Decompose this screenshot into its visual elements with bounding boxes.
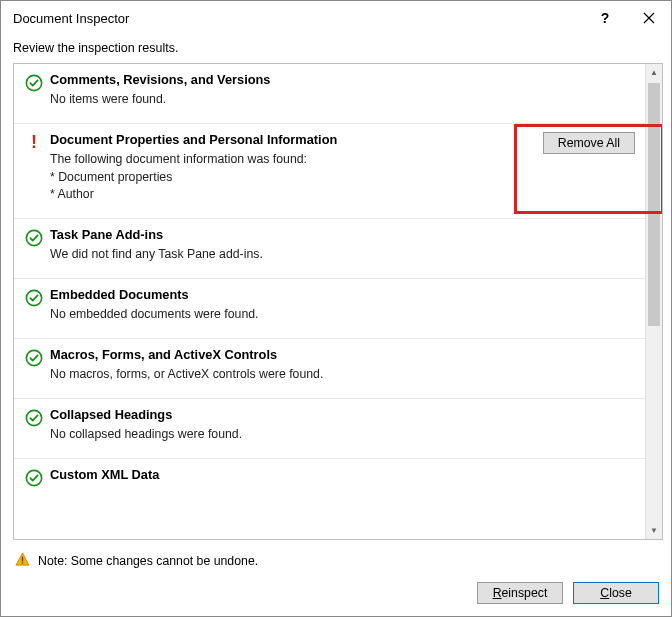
result-detail: The following document information was f… — [50, 151, 515, 204]
result-item: Macros, Forms, and ActiveX ControlsNo ma… — [14, 339, 645, 399]
scroll-down-icon[interactable]: ▼ — [646, 522, 662, 539]
footer-note: Note: Some changes cannot be undone. — [1, 540, 671, 574]
check-icon — [25, 229, 43, 250]
result-item: !Document Properties and Personal Inform… — [14, 124, 645, 219]
scroll-track[interactable] — [646, 81, 662, 522]
help-button[interactable]: ? — [583, 1, 627, 35]
scrollbar[interactable]: ▲ ▼ — [645, 64, 662, 539]
result-detail: No macros, forms, or ActiveX controls we… — [50, 366, 515, 384]
svg-rect-7 — [22, 562, 23, 563]
result-heading: Document Properties and Personal Informa… — [50, 132, 515, 147]
footer-note-text: Note: Some changes cannot be undone. — [38, 554, 258, 568]
result-detail: No items were found. — [50, 91, 515, 109]
document-inspector-dialog: Document Inspector ? Review the inspecti… — [0, 0, 672, 617]
result-detail: We did not find any Task Pane add-ins. — [50, 246, 515, 264]
result-heading: Macros, Forms, and ActiveX Controls — [50, 347, 515, 362]
result-heading: Embedded Documents — [50, 287, 515, 302]
titlebar: Document Inspector ? — [1, 1, 671, 35]
reinspect-button[interactable]: Reinspect — [477, 582, 563, 604]
result-item: Custom XML Data — [14, 459, 645, 504]
check-icon — [25, 409, 43, 430]
close-button[interactable]: Close — [573, 582, 659, 604]
remove-all-button[interactable]: Remove All — [543, 132, 635, 154]
result-heading: Comments, Revisions, and Versions — [50, 72, 515, 87]
result-item: Embedded DocumentsNo embedded documents … — [14, 279, 645, 339]
check-icon — [25, 469, 43, 490]
result-item: Collapsed HeadingsNo collapsed headings … — [14, 399, 645, 459]
result-heading: Collapsed Headings — [50, 407, 515, 422]
result-item: Task Pane Add-insWe did not find any Tas… — [14, 219, 645, 279]
dialog-title: Document Inspector — [13, 11, 583, 26]
scroll-thumb[interactable] — [648, 83, 660, 326]
check-icon — [25, 289, 43, 310]
result-detail: No collapsed headings were found. — [50, 426, 515, 444]
warning-icon — [15, 552, 30, 570]
result-heading: Task Pane Add-ins — [50, 227, 515, 242]
result-heading: Custom XML Data — [50, 467, 515, 482]
result-item: Comments, Revisions, and VersionsNo item… — [14, 64, 645, 124]
svg-rect-6 — [22, 557, 23, 562]
check-icon — [25, 74, 43, 95]
footer-buttons: Reinspect Close — [1, 574, 671, 616]
result-detail: No embedded documents were found. — [50, 306, 515, 324]
close-icon[interactable] — [627, 1, 671, 35]
subtitle: Review the inspection results. — [1, 35, 671, 63]
check-icon — [25, 349, 43, 370]
results-list: Comments, Revisions, and VersionsNo item… — [14, 64, 645, 539]
scroll-up-icon[interactable]: ▲ — [646, 64, 662, 81]
alert-icon: ! — [31, 134, 37, 150]
results-pane: Comments, Revisions, and VersionsNo item… — [13, 63, 663, 540]
